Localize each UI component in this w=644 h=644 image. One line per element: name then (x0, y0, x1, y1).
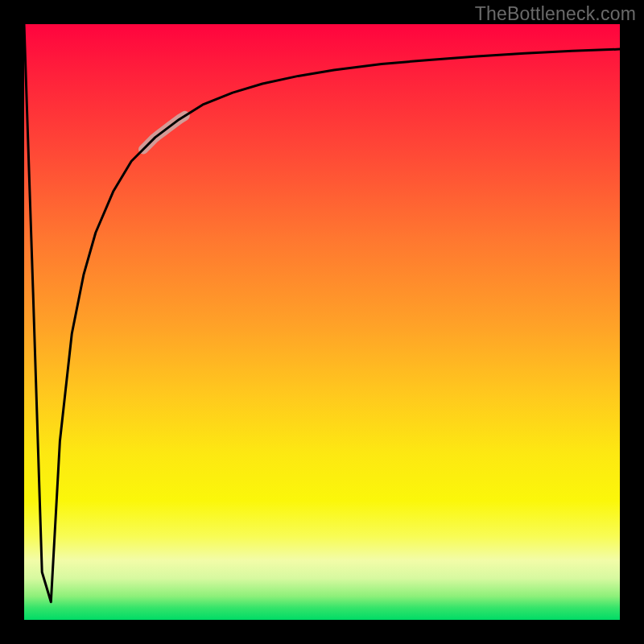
bottleneck-curve (24, 24, 620, 602)
plot-area (24, 24, 620, 620)
chart-frame: TheBottleneck.com (0, 0, 644, 644)
watermark-text: TheBottleneck.com (475, 3, 636, 25)
curve-layer (24, 24, 620, 620)
